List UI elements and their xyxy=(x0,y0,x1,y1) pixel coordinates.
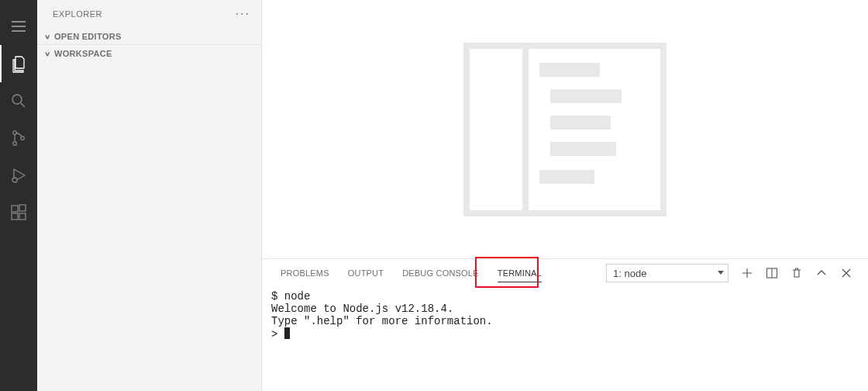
main-area: PROBLEMS OUTPUT DEBUG CONSOLE TERMINAL xyxy=(262,0,868,391)
section-workspace[interactable]: ∨ WORKSPACE xyxy=(37,45,261,62)
placeholder-line xyxy=(539,170,594,184)
svg-point-3 xyxy=(21,137,25,140)
panel-actions xyxy=(606,264,852,282)
svg-point-4 xyxy=(12,178,17,182)
activity-bar xyxy=(0,0,37,391)
terminal-select[interactable] xyxy=(606,264,728,282)
svg-point-2 xyxy=(13,142,17,146)
sidebar: EXPLORER ··· ∨ OPEN EDITORS ∨ WORKSPACE xyxy=(37,0,262,391)
activity-explorer[interactable] xyxy=(0,45,37,82)
section-label: WORKSPACE xyxy=(54,49,112,58)
search-icon xyxy=(9,92,28,110)
trash-icon xyxy=(790,267,803,279)
svg-rect-5 xyxy=(12,206,18,212)
terminal-line: Welcome to Node.js v12.18.4. xyxy=(271,303,453,315)
menu-icon xyxy=(9,17,28,36)
tab-problems[interactable]: PROBLEMS xyxy=(271,259,339,287)
maximize-panel-button[interactable] xyxy=(815,267,828,279)
activity-extensions[interactable] xyxy=(0,194,37,231)
split-terminal-button[interactable] xyxy=(766,267,778,279)
svg-point-1 xyxy=(13,131,17,135)
placeholder-content xyxy=(529,49,660,210)
new-terminal-button[interactable] xyxy=(741,267,753,279)
empty-editor-placeholder xyxy=(463,43,666,216)
chevron-down-icon: ∨ xyxy=(42,33,54,40)
activity-search[interactable] xyxy=(0,82,37,119)
terminal-line: Type ".help" for more information. xyxy=(271,315,493,327)
terminal-line: $ node xyxy=(271,290,310,303)
kill-terminal-button[interactable] xyxy=(790,267,803,279)
chevron-up-icon xyxy=(815,267,828,279)
placeholder-line xyxy=(550,89,622,103)
activity-scm[interactable] xyxy=(0,119,37,157)
sidebar-title: EXPLORER xyxy=(53,9,102,19)
chevron-down-icon: ∨ xyxy=(42,50,54,57)
editor-area xyxy=(262,0,868,259)
sidebar-more-button[interactable]: ··· xyxy=(236,7,250,21)
svg-rect-8 xyxy=(19,205,26,211)
terminal-select-wrap[interactable] xyxy=(606,264,728,282)
close-icon xyxy=(840,267,852,279)
tab-output[interactable]: OUTPUT xyxy=(339,259,393,287)
section-label: OPEN EDITORS xyxy=(54,32,122,41)
activity-debug[interactable] xyxy=(0,157,37,194)
menu-button[interactable] xyxy=(0,8,37,45)
sidebar-header: EXPLORER ··· xyxy=(37,0,261,28)
terminal-cursor xyxy=(284,327,290,339)
plus-icon xyxy=(741,267,753,279)
extensions-icon xyxy=(9,203,28,222)
source-control-icon xyxy=(9,129,28,147)
bottom-panel: PROBLEMS OUTPUT DEBUG CONSOLE TERMINAL xyxy=(262,259,868,391)
panel-tabs: PROBLEMS OUTPUT DEBUG CONSOLE TERMINAL xyxy=(262,259,868,287)
placeholder-line xyxy=(550,142,616,156)
svg-rect-6 xyxy=(12,213,18,220)
terminal-prompt: > xyxy=(271,328,284,341)
debug-icon xyxy=(9,166,28,185)
placeholder-sidebar xyxy=(470,49,522,210)
files-icon xyxy=(9,54,28,73)
tab-debug-console[interactable]: DEBUG CONSOLE xyxy=(393,259,488,287)
svg-point-0 xyxy=(12,95,22,104)
section-open-editors[interactable]: ∨ OPEN EDITORS xyxy=(37,28,261,45)
svg-rect-7 xyxy=(19,213,26,220)
terminal-body[interactable]: $ node Welcome to Node.js v12.18.4. Type… xyxy=(262,287,868,391)
split-icon xyxy=(766,267,778,279)
placeholder-line xyxy=(539,63,600,77)
close-panel-button[interactable] xyxy=(840,267,852,279)
tab-terminal[interactable]: TERMINAL xyxy=(488,259,551,287)
placeholder-line xyxy=(550,116,611,130)
